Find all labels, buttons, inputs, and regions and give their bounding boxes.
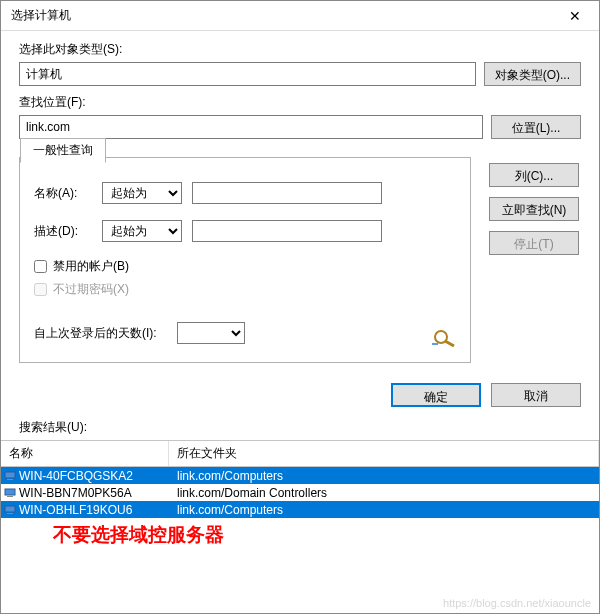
warning-text: 不要选择域控服务器 [1, 518, 599, 548]
row-name: WIN-BBN7M0PK56A [19, 486, 169, 500]
find-now-button[interactable]: 立即查找(N) [489, 197, 579, 221]
stop-button: 停止(T) [489, 231, 579, 255]
disabled-accounts-checkbox[interactable] [34, 260, 47, 273]
object-type-button[interactable]: 对象类型(O)... [484, 62, 581, 86]
window-title: 选择计算机 [11, 7, 555, 24]
location-input[interactable] [19, 115, 483, 139]
row-folder: link.com/Computers [169, 503, 599, 517]
object-type-input[interactable] [19, 62, 476, 86]
svg-rect-7 [7, 513, 13, 514]
days-since-login-select[interactable] [177, 322, 245, 344]
svg-rect-6 [5, 506, 15, 512]
name-match-select[interactable]: 起始为 [102, 182, 182, 204]
table-row[interactable]: WIN-OBHLF19KOU6link.com/Computers [1, 501, 599, 518]
computer-icon [1, 471, 19, 481]
watermark: https://blog.csdn.net/xiaouncle [443, 597, 591, 609]
row-folder: link.com/Computers [169, 469, 599, 483]
no-expire-pw-checkbox [34, 283, 47, 296]
no-expire-pw-label: 不过期密码(X) [53, 281, 129, 298]
svg-rect-5 [7, 496, 13, 497]
table-row[interactable]: WIN-40FCBQGSKA2link.com/Computers [1, 467, 599, 484]
results-list[interactable]: WIN-40FCBQGSKA2link.com/ComputersWIN-BBN… [1, 467, 599, 518]
row-name: WIN-OBHLF19KOU6 [19, 503, 169, 517]
desc-input[interactable] [192, 220, 382, 242]
computer-icon [1, 488, 19, 498]
svg-rect-2 [5, 472, 15, 478]
svg-rect-4 [5, 489, 15, 495]
close-button[interactable]: ✕ [555, 2, 595, 30]
computer-icon [1, 505, 19, 515]
name-input[interactable] [192, 182, 382, 204]
desc-label: 描述(D): [34, 223, 92, 240]
object-type-label: 选择此对象类型(S): [19, 41, 581, 58]
row-folder: link.com/Domain Controllers [169, 486, 599, 500]
days-since-login-label: 自上次登录后的天数(I): [34, 325, 157, 342]
location-button[interactable]: 位置(L)... [491, 115, 581, 139]
desc-match-select[interactable]: 起始为 [102, 220, 182, 242]
table-row[interactable]: WIN-BBN7M0PK56Alink.com/Domain Controlle… [1, 484, 599, 501]
titlebar: 选择计算机 ✕ [1, 1, 599, 31]
col-header-folder[interactable]: 所在文件夹 [169, 441, 599, 466]
location-label: 查找位置(F): [19, 94, 581, 111]
cancel-button[interactable]: 取消 [491, 383, 581, 407]
name-label: 名称(A): [34, 185, 92, 202]
ok-button[interactable]: 确定 [391, 383, 481, 407]
disabled-accounts-label: 禁用的帐户(B) [53, 258, 129, 275]
svg-rect-3 [7, 479, 13, 480]
results-header: 名称 所在文件夹 [1, 440, 599, 467]
row-name: WIN-40FCBQGSKA2 [19, 469, 169, 483]
query-tabbox: 一般性查询 名称(A): 起始为 描述(D): 起始为 禁用的帐户(B) 不过期… [19, 157, 471, 363]
tab-general-query[interactable]: 一般性查询 [20, 138, 106, 163]
svg-line-1 [445, 341, 454, 346]
col-header-name[interactable]: 名称 [1, 441, 169, 466]
search-icon [430, 328, 460, 348]
results-label: 搜索结果(U): [1, 415, 599, 440]
close-icon: ✕ [569, 8, 581, 24]
columns-button[interactable]: 列(C)... [489, 163, 579, 187]
